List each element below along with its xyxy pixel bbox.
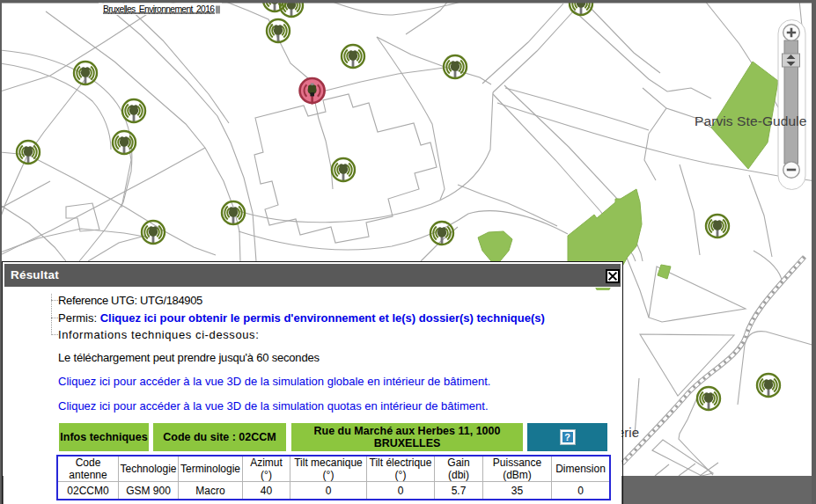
- svg-text:Bruxelles Environnement 2016: Bruxelles Environnement 2016: [103, 4, 215, 14]
- svg-text:Parvis Ste-Gudule: Parvis Ste-Gudule: [695, 113, 806, 128]
